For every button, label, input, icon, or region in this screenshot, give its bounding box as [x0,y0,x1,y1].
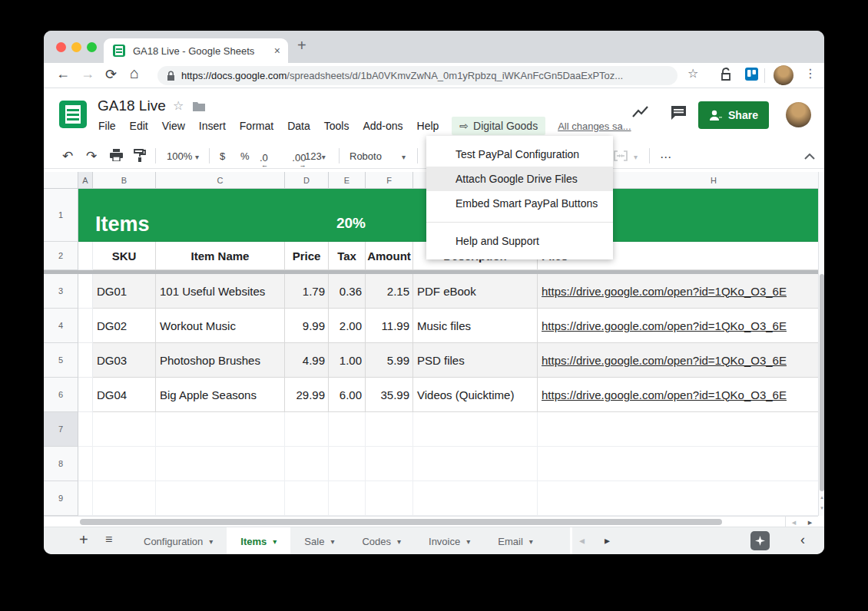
menu-view[interactable]: View [155,117,192,135]
reload-icon[interactable]: ⟳ [105,66,117,83]
cell-sku[interactable]: DG02 [93,309,156,343]
scroll-down-icon[interactable]: ▾ [819,505,824,511]
collapse-toolbar-icon[interactable] [804,149,815,163]
account-avatar[interactable] [786,102,811,127]
header-amount[interactable]: Amount [366,242,413,270]
chevron-down-icon[interactable]: ▾ [634,150,638,162]
sheet-tab-sale[interactable]: Sale▾ [290,527,348,554]
menu-addons[interactable]: Add-ons [356,117,409,135]
menu-item-attach-google-drive-files[interactable]: Attach Google Drive Files [426,167,613,191]
cell[interactable] [78,378,93,412]
cell-tax[interactable]: 1.00 [329,343,366,378]
scroll-left-icon[interactable]: ◂ [792,517,797,527]
vertical-scrollbar[interactable]: ▴ ▾ [818,172,824,516]
row-header-9[interactable]: 9 [44,481,78,516]
header-sku[interactable]: SKU [93,242,156,270]
menu-help[interactable]: Help [410,117,446,135]
cell-sku[interactable]: DG03 [93,343,156,378]
cell[interactable] [366,447,413,481]
sheet-tab-configuration[interactable]: Configuration▾ [130,527,227,554]
cell[interactable] [366,412,413,447]
cell[interactable] [93,412,156,447]
row-header-2[interactable]: 2 [44,242,78,270]
cell[interactable] [156,447,285,481]
cell-sku[interactable]: DG01 [93,274,156,309]
cell[interactable] [78,242,93,270]
undo-icon[interactable]: ↶ [62,148,73,164]
menu-file[interactable]: File [91,117,123,135]
decrease-decimal-button[interactable]: .0← [260,152,268,163]
cell-description[interactable]: PSD files [413,343,538,378]
cell[interactable] [413,412,538,447]
menu-item-test-paypal-configuration[interactable]: Test PayPal Configuration [426,142,613,167]
cell[interactable] [285,447,329,481]
collapse-panel-icon[interactable]: ‹ [800,532,805,548]
cell-price[interactable]: 29.99 [285,378,329,412]
cell[interactable] [538,447,818,481]
cell[interactable] [156,412,285,447]
row-header-4[interactable]: 4 [44,309,78,343]
cell-file-link[interactable]: https://drive.google.com/open?id=1QKo_O3… [538,309,818,343]
menu-tools[interactable]: Tools [317,117,356,135]
sheet-tab-codes[interactable]: Codes▾ [348,527,415,554]
row-header-3[interactable]: 3 [44,274,78,309]
cell-description[interactable]: Music files [413,309,538,343]
comments-icon[interactable] [671,105,687,124]
menu-format[interactable]: Format [233,117,280,135]
cell-file-link[interactable]: https://drive.google.com/open?id=1QKo_O3… [538,343,818,378]
document-title[interactable]: GA18 Live [98,97,166,114]
cell-item-name[interactable]: Workout Music [156,309,285,343]
move-folder-icon[interactable] [193,101,205,114]
cell-item-name[interactable]: Big Apple Seasons [156,378,285,412]
cell[interactable] [538,481,818,516]
cell-price[interactable]: 4.99 [285,343,329,378]
trello-extension-icon[interactable] [745,68,758,84]
select-all-corner[interactable] [44,172,78,189]
explore-button[interactable] [750,531,770,550]
cell[interactable] [366,481,413,516]
more-formats-button[interactable]: 123▾ [305,150,326,162]
cell[interactable] [413,481,538,516]
row-header-8[interactable]: 8 [44,447,78,481]
column-header-C[interactable]: C [156,172,285,189]
cell-item-name[interactable]: 101 Useful Websites [156,274,285,309]
cell[interactable] [329,481,366,516]
cell[interactable] [538,412,818,447]
browser-tab[interactable]: GA18 Live - Google Sheets × [104,38,288,63]
cell[interactable] [93,481,156,516]
row-header-1[interactable]: 1 [44,189,78,242]
cell[interactable] [78,274,93,309]
cell-description[interactable]: Videos (Quicktime) [413,378,538,412]
horizontal-scrollbar-thumb[interactable] [80,519,722,525]
sheet-tab-invoice[interactable]: Invoice▾ [415,527,484,554]
cell-amount[interactable]: 11.99 [366,309,413,343]
cell-amount[interactable]: 35.99 [366,378,413,412]
menu-digital-goods[interactable]: ⇨ Digital Goods [452,117,545,135]
print-icon[interactable] [110,149,123,165]
merge-cells-icon[interactable] [614,150,628,165]
format-percent-button[interactable]: % [240,150,250,162]
header-item-name[interactable]: Item Name [156,242,285,270]
cell[interactable] [285,412,329,447]
cell-amount[interactable]: 2.15 [366,274,413,309]
cell-tax[interactable]: 2.00 [329,309,366,343]
tab-scroll-right-icon[interactable]: ▸ [605,534,610,547]
close-tab-icon[interactable]: × [274,45,280,57]
star-document-icon[interactable]: ☆ [173,98,184,113]
cell-item-name[interactable]: Photoshop Brushes [156,343,285,378]
scroll-right-icon[interactable]: ▸ [808,517,813,527]
cell-tax[interactable]: 6.00 [329,378,366,412]
cell[interactable] [78,481,93,516]
format-currency-button[interactable]: $ [220,150,225,162]
cell[interactable] [78,447,93,481]
menu-data[interactable]: Data [280,117,317,135]
insights-icon[interactable] [632,105,649,122]
zoom-select[interactable]: 100% ▾ [167,150,199,162]
cell[interactable] [78,309,93,343]
cell-sku[interactable]: DG04 [93,378,156,412]
row-header-6[interactable]: 6 [44,378,78,412]
vertical-scrollbar-thumb[interactable] [820,274,824,491]
font-family-select[interactable]: Roboto [350,150,409,162]
close-window-button[interactable] [56,42,66,52]
scroll-up-icon[interactable]: ▴ [819,494,824,500]
